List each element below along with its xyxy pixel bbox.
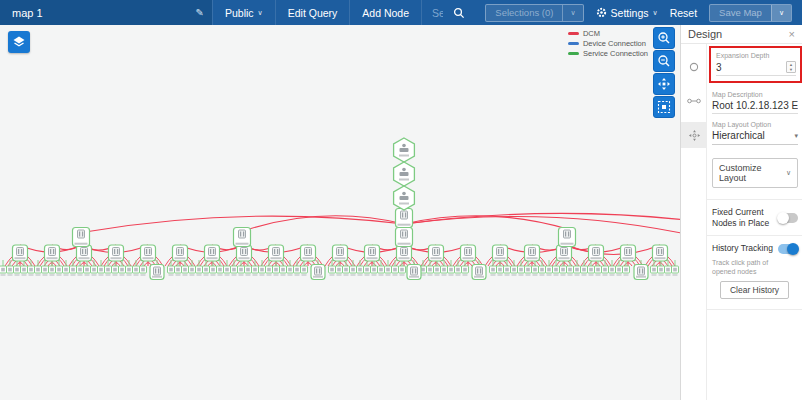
panel-close-button[interactable]: × [789, 28, 795, 40]
stepper-down-icon[interactable]: ▼ [789, 67, 793, 72]
map-description-label: Map Description [712, 91, 798, 98]
zoom-in-button[interactable] [653, 27, 675, 49]
search-icon[interactable] [453, 7, 465, 19]
legend-label: Service Connection [583, 49, 648, 58]
layers-icon [12, 35, 26, 49]
move-arrows-icon [657, 77, 671, 91]
menu-item-add-node[interactable]: Add Node [350, 0, 422, 25]
rail-item-node-style[interactable] [681, 54, 707, 80]
zoom-out-icon [657, 54, 671, 68]
close-icon: × [789, 28, 795, 40]
expansion-depth-highlight: Expansion Depth ▲ ▼ [709, 46, 802, 83]
topology-svg[interactable] [0, 25, 680, 400]
legend-swatch-device [568, 42, 579, 45]
reset-button[interactable]: Reset [670, 7, 697, 19]
map-layout-label: Map Layout Option [712, 121, 798, 128]
chevron-down-icon: ▾ [794, 132, 798, 140]
layers-button[interactable] [8, 31, 30, 53]
menu-item-edit-query[interactable]: Edit Query [276, 0, 351, 25]
rail-item-layout[interactable] [681, 122, 707, 148]
legend: DCM Device Connection Service Connection [568, 29, 648, 59]
design-panel-header: Design × [681, 25, 802, 44]
save-map-caret-button[interactable]: ∨ [771, 5, 791, 21]
legend-item: Device Connection [568, 39, 648, 48]
layout-spider-icon [688, 129, 701, 142]
public-label: Public [225, 7, 254, 19]
edit-title-pencil-icon[interactable]: ✎ [196, 7, 204, 18]
circle-icon [688, 61, 700, 73]
chevron-down-icon: ∨ [258, 9, 263, 17]
fixed-nodes-row: Fixed Current Nodes in Place [710, 200, 799, 235]
save-map-label: Save Map [710, 5, 771, 21]
map-canvas[interactable]: DCM Device Connection Service Connection [0, 25, 680, 400]
panel-title: Design [688, 28, 722, 40]
customize-layout-dropdown[interactable]: Customize Layout ∨ [712, 158, 798, 188]
canvas-toolbar [653, 27, 675, 118]
settings-label: Settings [611, 7, 649, 19]
zoom-out-button[interactable] [653, 50, 675, 72]
save-map-button[interactable]: Save Map ∨ [709, 4, 792, 22]
map-layout-field: Map Layout Option Hierarchical ▾ [712, 121, 798, 145]
selections-label: Selections (0) [486, 5, 562, 21]
legend-swatch-service [568, 52, 579, 55]
legend-item: DCM [568, 29, 648, 38]
reset-label: Reset [670, 7, 697, 19]
panel-content: Expansion Depth ▲ ▼ Map Description [707, 44, 802, 400]
fixed-nodes-toggle[interactable] [778, 213, 798, 223]
clear-history-button[interactable]: Clear History [720, 281, 789, 299]
history-hint: Track click path of opened nodes [712, 258, 792, 276]
public-dropdown[interactable]: Public ∨ [212, 0, 276, 25]
selections-caret-button[interactable]: ∨ [562, 5, 582, 21]
settings-button[interactable]: Settings ∨ [596, 7, 658, 19]
panel-rail [681, 44, 707, 400]
map-description-field: Map Description [712, 91, 798, 114]
frame-select-icon [657, 100, 671, 114]
map-title-section: map 1 ✎ [0, 0, 212, 25]
edit-query-label: Edit Query [288, 7, 338, 19]
design-panel: Design × [680, 25, 802, 400]
legend-label: Device Connection [583, 39, 646, 48]
selections-button[interactable]: Selections (0) ∨ [485, 4, 583, 22]
chevron-down-icon: ∨ [653, 9, 658, 17]
rail-item-link-style[interactable] [681, 88, 707, 114]
map-description-input[interactable] [712, 100, 798, 111]
topbar-menu: Public ∨ Edit Query Add Node [212, 0, 475, 25]
link-icon [687, 97, 701, 105]
expansion-depth-input[interactable] [716, 62, 786, 73]
add-node-label: Add Node [362, 7, 409, 19]
search-area [422, 0, 475, 25]
pan-fit-button[interactable] [653, 73, 675, 95]
topbar: map 1 ✎ Public ∨ Edit Query Add Node Sel… [0, 0, 802, 25]
expansion-depth-label: Expansion Depth [716, 52, 796, 59]
topbar-right: Selections (0) ∨ Settings ∨ Reset Save M… [475, 0, 802, 25]
frame-select-button[interactable] [653, 96, 675, 118]
customize-layout-label: Customize Layout [719, 163, 786, 183]
history-tracking-label: History Tracking [712, 243, 774, 254]
divider [707, 309, 802, 310]
map-layout-select[interactable]: Hierarchical ▾ [712, 130, 798, 145]
history-tracking-toggle[interactable] [778, 244, 798, 254]
search-input[interactable] [422, 7, 453, 19]
expansion-depth-stepper[interactable]: ▲ ▼ [786, 61, 796, 73]
legend-item: Service Connection [568, 49, 648, 58]
chevron-down-icon: ∨ [786, 169, 791, 177]
fixed-nodes-label: Fixed Current Nodes in Place [712, 207, 774, 228]
legend-swatch-dcm [568, 32, 579, 35]
gear-icon [596, 7, 607, 18]
map-layout-value: Hierarchical [712, 130, 765, 141]
legend-label: DCM [583, 29, 600, 38]
map-title: map 1 [12, 7, 43, 19]
zoom-in-icon [657, 31, 671, 45]
